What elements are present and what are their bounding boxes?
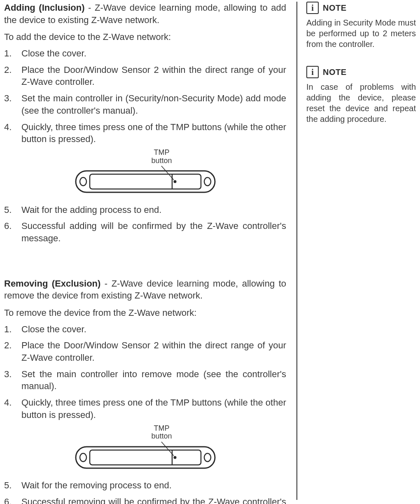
tmp-button-diagram: TMP button (73, 149, 217, 198)
removing-title: Removing (Exclusion) (4, 278, 100, 289)
list-item: Close the cover. (4, 47, 286, 60)
list-item: Wait for the removing process to end. (4, 479, 286, 492)
adding-lead: To add the device to the Z-Wave network: (4, 31, 286, 43)
note-2-header: i NOTE (306, 66, 416, 78)
adding-intro: Adding (Inclusion) - Z-Wave device learn… (4, 2, 286, 26)
note-title: NOTE (323, 2, 347, 14)
svg-point-3 (204, 177, 211, 186)
list-item: Place the Door/Window Sensor 2 within th… (4, 339, 286, 364)
svg-point-10 (204, 453, 211, 462)
removing-steps-1-4: Close the cover. Place the Door/Window S… (4, 323, 286, 421)
info-glyph: i (311, 4, 314, 12)
svg-point-5 (173, 180, 176, 183)
svg-point-12 (173, 456, 176, 459)
list-item: Set the main controller into remove mode… (4, 368, 286, 392)
diagram-label-line1: TMP (154, 148, 170, 156)
list-item: Set the main controller in (Security/non… (4, 92, 286, 117)
list-item: Quickly, three times press one of the TM… (4, 397, 286, 421)
device-svg (73, 425, 217, 471)
note-title: NOTE (323, 67, 347, 78)
diagram-label-line2: button (152, 432, 172, 440)
tmp-button-diagram-2: TMP button (73, 425, 217, 474)
diagram-label: TMP button (152, 149, 172, 165)
adding-steps-1-4: Close the cover. Place the Door/Window S… (4, 47, 286, 145)
info-icon: i (306, 2, 319, 14)
svg-point-2 (80, 177, 86, 186)
list-item: Successful removing will be confirmed by… (4, 496, 286, 504)
list-item: Place the Door/Window Sensor 2 within th… (4, 64, 286, 88)
removing-steps-5-6: Wait for the removing process to end. Su… (4, 479, 286, 504)
removing-lead: To remove the device from the Z-Wave net… (4, 307, 286, 319)
diagram-label-line2: button (152, 156, 172, 165)
removing-intro: Removing (Exclusion) - Z-Wave device lea… (4, 278, 286, 302)
adding-title: Adding (Inclusion) (4, 2, 85, 13)
note-2-body: In case of problems with adding the de­v… (306, 82, 416, 124)
main-column: Adding (Inclusion) - Z-Wave device learn… (4, 2, 296, 500)
info-glyph: i (311, 68, 314, 76)
list-item: Close the cover. (4, 323, 286, 336)
diagram-label-line1: TMP (154, 424, 170, 432)
svg-rect-1 (90, 174, 201, 189)
adding-steps-5-6: Wait for the adding process to end. Succ… (4, 204, 286, 245)
svg-rect-8 (90, 450, 201, 465)
info-icon: i (306, 66, 319, 78)
svg-point-9 (80, 453, 86, 462)
diagram-label: TMP button (152, 425, 172, 441)
sidebar: i NOTE Adding in Security Mode must be p… (296, 2, 416, 500)
note-1-header: i NOTE (306, 2, 416, 14)
list-item: Successful adding will be confirmed by t… (4, 220, 286, 244)
list-item: Wait for the adding process to end. (4, 204, 286, 216)
note-1-body: Adding in Security Mode must be per­form… (306, 17, 416, 49)
list-item: Quickly, three times press one of the TM… (4, 121, 286, 145)
device-svg (73, 149, 217, 195)
